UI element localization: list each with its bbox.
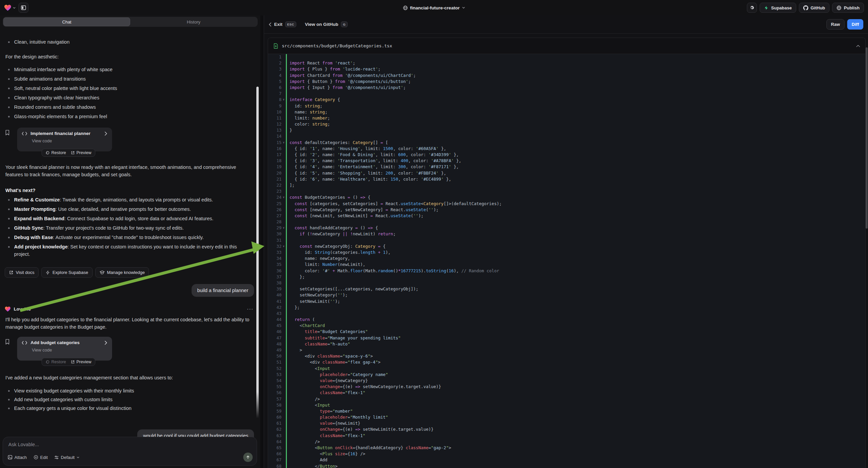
visit-docs-button[interactable]: Visit docs xyxy=(5,267,39,277)
chevron-left-icon xyxy=(269,23,272,27)
restore-button-disabled[interactable]: Restore xyxy=(45,359,66,364)
assistant-summary-text: Your sleek financial planner is now read… xyxy=(5,164,253,179)
code-line: 67 Add xyxy=(268,457,865,463)
code-line: 10 name: string; xyxy=(268,109,865,115)
chevron-up-icon xyxy=(856,45,860,47)
top-bar: financial-future-creator Supabase GitHub… xyxy=(0,0,868,16)
list-item: Expand with Backend: Connect Supabase to… xyxy=(5,215,253,224)
tab-chat[interactable]: Chat xyxy=(3,18,130,26)
publish-button[interactable]: Publish xyxy=(832,3,864,13)
version-card-add-budget-categories[interactable]: Add budget categories View code xyxy=(17,337,112,360)
code-line: 32∨ const newCategoryObj: Category = { xyxy=(268,243,865,250)
lovable-heart-icon xyxy=(4,4,11,11)
code-line: 43 xyxy=(268,311,865,317)
version-actions-toolbar: Restore Preview xyxy=(41,149,95,157)
project-switcher[interactable]: financial-future-creator xyxy=(403,0,465,16)
code-line: 46 title="Budget Categories" xyxy=(268,329,865,335)
code-line: 12 color: string; xyxy=(268,121,865,127)
code-line: 9 id: string; xyxy=(268,103,865,109)
preview-button[interactable]: Preview xyxy=(71,359,91,364)
assistant-summary-text: I've added a new budget categories manag… xyxy=(5,374,253,381)
exit-button[interactable]: Exit ESC xyxy=(269,22,296,27)
lovable-heart-icon xyxy=(5,306,11,312)
code-line: 17 { id: '2', name: 'Food & Dining', lim… xyxy=(268,152,865,158)
chat-scrollbar-thumb[interactable] xyxy=(256,87,259,418)
toggle-sidebar-button[interactable] xyxy=(19,3,29,13)
diff-toggle-button[interactable]: Diff xyxy=(847,19,863,30)
bookmark-icon[interactable] xyxy=(5,129,10,136)
attach-image-icon xyxy=(8,455,12,460)
list-item: Clean typography with clear hierarchies xyxy=(5,94,253,104)
code-line: 8∨interface Category { xyxy=(268,97,865,103)
code-line: 4import ChartCard from '@/components/ui/… xyxy=(268,72,865,79)
code-line: 13} xyxy=(268,127,865,133)
tab-history[interactable]: History xyxy=(130,18,257,26)
list-item: Clean, intuitive navigation xyxy=(5,38,253,46)
code-line: 29∨ const handleAddCategory = () => { xyxy=(268,225,865,231)
supabase-outline-icon xyxy=(45,270,50,275)
code-panel-header: Exit ESC View on GitHub G Raw Diff xyxy=(264,16,868,34)
whats-next-heading: What's next? xyxy=(5,187,253,194)
user-message-bubble: build a financial planner xyxy=(192,284,254,297)
code-lines: 12import React from 'react';3import { Pl… xyxy=(268,54,865,468)
message-menu-button[interactable]: ··· xyxy=(247,306,254,312)
bookmark-icon[interactable] xyxy=(5,339,10,345)
code-line: 52 <Input xyxy=(268,365,865,372)
restore-button[interactable]: Restore xyxy=(45,150,66,155)
file-header[interactable]: src/components/budget/BudgetCategories.t… xyxy=(268,38,865,54)
send-button[interactable] xyxy=(243,452,253,462)
chat-message-list[interactable]: Clean, intuitive navigation For the desi… xyxy=(0,27,260,468)
panel-left-icon xyxy=(21,5,26,10)
collapse-file-button[interactable] xyxy=(856,45,860,47)
preview-button[interactable]: Preview xyxy=(71,150,91,155)
bullet-dot xyxy=(8,41,10,43)
quick-actions-row: Visit docs Explore Supabase Manage knowl… xyxy=(5,267,149,277)
edit-button[interactable]: Edit xyxy=(34,455,48,460)
github-button[interactable]: GitHub xyxy=(799,3,829,13)
list-item: Minimalist interface with plenty of whit… xyxy=(5,66,253,75)
code-line: 26 const [newCategory, setNewCategory] =… xyxy=(268,207,865,213)
code-line: 23 xyxy=(268,188,865,195)
chevron-right-icon xyxy=(104,131,107,136)
manage-knowledge-button[interactable]: Manage knowledge xyxy=(95,267,149,277)
code-editor[interactable]: 12import React from 'react';3import { Pl… xyxy=(268,54,865,468)
lovable-logo-menu[interactable] xyxy=(4,4,16,11)
list-item: Subtle animations and transitions xyxy=(5,75,253,85)
code-line: 38 xyxy=(268,280,865,286)
supabase-button[interactable]: Supabase xyxy=(760,3,796,13)
chat-input[interactable]: Ask Lovable... xyxy=(8,442,251,447)
raw-toggle-button[interactable]: Raw xyxy=(827,19,845,30)
external-link-icon xyxy=(71,360,75,364)
code-line: 53 placeholder="Category name" xyxy=(268,372,865,378)
code-line: 2import React from 'react'; xyxy=(268,60,865,66)
code-line: 68 </Button> xyxy=(268,463,865,468)
settings-button[interactable] xyxy=(747,3,757,13)
external-link-icon xyxy=(9,270,13,274)
view-code-link[interactable]: View code xyxy=(32,348,107,352)
code-line: 11 limit: number; xyxy=(268,115,865,121)
attach-button[interactable]: Attach xyxy=(8,455,27,460)
code-line: 58 <Input xyxy=(268,402,865,408)
code-icon xyxy=(22,341,27,345)
code-line: 21 { id: '6', name: 'Healthcare', limit:… xyxy=(268,176,865,182)
list-item: Each category gets a unique color for vi… xyxy=(5,405,253,413)
version-card-implement-financial-planner[interactable]: Implement financial planner View code xyxy=(17,127,112,151)
file-added-icon xyxy=(274,43,278,49)
code-line: 25 const [categories, setCategories] = R… xyxy=(268,201,865,207)
gear-icon xyxy=(749,5,754,10)
list-item: Debug with Ease: Activate our experiment… xyxy=(5,234,253,243)
view-on-github-button[interactable]: View on GitHub G xyxy=(305,22,348,27)
code-scrollbar-thumb[interactable] xyxy=(866,47,868,229)
feature-bullet-list: View existing budget categories with the… xyxy=(5,387,253,413)
code-line: 56 className="flex-1" xyxy=(268,390,865,396)
chat-composer[interactable]: Ask Lovable... Attach Edit Default xyxy=(3,437,257,466)
view-code-link[interactable]: View code xyxy=(32,138,107,143)
list-item: Glass-morphic elements for a premium fee… xyxy=(5,113,253,122)
explore-supabase-button[interactable]: Explore Supabase xyxy=(41,267,92,277)
code-line: 27 const [newLimit, setNewLimit] = React… xyxy=(268,213,865,219)
design-bullet-list: Minimalist interface with plenty of whit… xyxy=(5,66,253,122)
code-line: 22]; xyxy=(268,182,865,188)
mode-selector[interactable]: Default xyxy=(54,455,80,460)
github-icon xyxy=(803,5,808,10)
design-intro-text: For the design aesthetic: xyxy=(5,53,253,60)
